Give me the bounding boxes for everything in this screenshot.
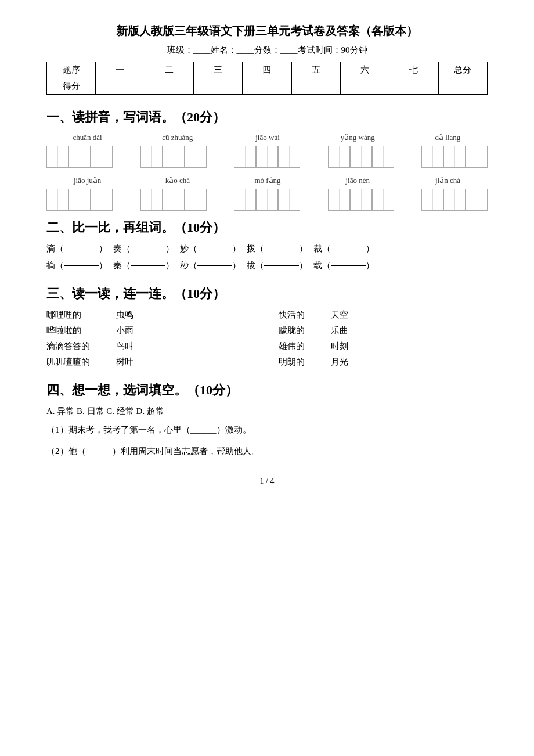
connect-left: 叽叽喳喳的树叶 [46,357,255,368]
score-header-cell: 一 [96,62,145,78]
char-box[interactable] [68,189,91,211]
char-box-group[interactable] [46,189,113,211]
score-header-cell: 二 [145,62,193,78]
char-box[interactable] [46,189,68,211]
pinyin-text: chuān dài [48,133,127,142]
score-value-cell [291,78,340,95]
pinyin-text: jiāo nèn [318,176,398,185]
score-header-cell: 六 [340,62,389,78]
char-box[interactable] [46,146,68,168]
compare-item: 载（） [313,260,374,271]
pinyin-text: yǎng wàng [318,133,398,142]
connect-row: 滴滴答答的鸟叫雄伟的时刻 [46,341,488,352]
char-box[interactable] [350,189,372,211]
char-box[interactable] [421,146,443,168]
char-box-group[interactable] [421,189,488,211]
score-value-cell [243,78,291,95]
compare-item: 秦（） [113,260,174,271]
connect-left: 哪哩哩的虫鸣 [46,309,255,321]
char-box[interactable] [466,189,488,211]
char-box[interactable] [421,189,443,211]
char-box[interactable] [163,189,185,211]
section2-content: 滴（）奏（）妙（）拨（）裁（）摘（）秦（）秒（）拔（）载（） [46,243,488,271]
char-box-group[interactable] [328,146,394,168]
score-value-cell: 得分 [47,78,96,95]
pinyin-text: jiāo juǎn [48,176,127,185]
section2-title: 二、比一比，再组词。（10分） [46,219,488,236]
char-box[interactable] [372,189,394,211]
char-box-group[interactable] [140,146,207,168]
compare-item: 妙（） [180,243,241,254]
connect-left-word: 滴滴答答的 [46,341,99,352]
fill-question: （2）他（______）利用周末时间当志愿者，帮助他人。 [46,443,488,460]
connect-right: 雄伟的时刻 [255,341,488,352]
char-boxes-row-2 [46,189,488,211]
char-box[interactable] [163,146,185,168]
connect-row: 哗啦啦的小雨朦胧的乐曲 [46,325,488,336]
char-box[interactable] [328,146,350,168]
char-box[interactable] [140,189,163,211]
char-box[interactable] [234,189,256,211]
score-value-cell [438,78,487,95]
subtitle: 班级：____姓名：____分数：____考试时间：90分钟 [46,45,488,56]
section4-title: 四、想一想，选词填空。（10分） [46,381,488,399]
char-box-group[interactable] [421,146,488,168]
char-box[interactable] [185,189,207,211]
char-box-group[interactable] [328,189,394,211]
connect-left-word: 哪哩哩的 [46,309,99,321]
connect-right-word: 快活的 [279,309,313,321]
char-box[interactable] [443,189,466,211]
compare-item: 奏（） [113,243,174,254]
pinyin-text: kǎo chá [138,176,217,185]
char-box[interactable] [443,146,466,168]
char-box-group[interactable] [46,146,113,168]
char-box[interactable] [91,146,113,168]
connect-right-word: 明朗的 [279,357,313,368]
pinyin-text: jiāo wài [228,133,307,142]
pinyin-text: jiǎn chá [408,176,488,185]
pinyin-row-2: jiāo juǎnkǎo chámò fǎngjiāo nènjiǎn chá [46,176,488,185]
section3-title: 三、读一读，连一连。（10分） [46,285,488,303]
char-box[interactable] [278,189,300,211]
char-box[interactable] [256,189,278,211]
char-box[interactable] [140,146,163,168]
connect-row: 哪哩哩的虫鸣快活的天空 [46,309,488,321]
connect-left-target: 树叶 [116,357,134,368]
connect-right: 明朗的月光 [255,357,488,368]
char-box[interactable] [234,146,256,168]
connect-right: 快活的天空 [255,309,488,321]
char-box[interactable] [91,189,113,211]
char-box[interactable] [328,189,350,211]
connect-left-target: 鸟叫 [116,341,134,352]
compare-item: 拔（） [247,260,308,271]
score-header-cell: 五 [291,62,340,78]
compare-item: 拨（） [247,243,308,254]
char-box[interactable] [372,146,394,168]
char-boxes-row-1 [46,146,488,168]
pinyin-text: dǎ liang [408,133,488,142]
page-number: 1 / 4 [46,477,488,486]
score-header-cell: 三 [193,62,242,78]
score-header-cell: 四 [243,62,291,78]
char-box-group[interactable] [234,189,300,211]
connect-right-target: 乐曲 [331,325,348,336]
compare-row: 摘（）秦（）秒（）拔（）载（） [46,260,488,271]
connect-left: 哗啦啦的小雨 [46,325,255,336]
pinyin-text: cū zhuàng [138,133,217,142]
connect-right-target: 天空 [331,309,348,321]
connect-left-word: 哗啦啦的 [46,325,99,336]
char-box[interactable] [68,146,91,168]
connect-left-word: 叽叽喳喳的 [46,357,99,368]
char-box[interactable] [185,146,207,168]
char-box[interactable] [256,146,278,168]
score-value-cell [340,78,389,95]
char-box[interactable] [350,146,372,168]
char-box-group[interactable] [140,189,207,211]
char-box-group[interactable] [234,146,300,168]
score-value-cell [145,78,193,95]
connect-right-target: 月光 [331,357,348,368]
section3-content: 哪哩哩的虫鸣快活的天空哗啦啦的小雨朦胧的乐曲滴滴答答的鸟叫雄伟的时刻叽叽喳喳的树… [46,309,488,368]
connect-right-target: 时刻 [331,341,348,352]
char-box[interactable] [466,146,488,168]
char-box[interactable] [278,146,300,168]
